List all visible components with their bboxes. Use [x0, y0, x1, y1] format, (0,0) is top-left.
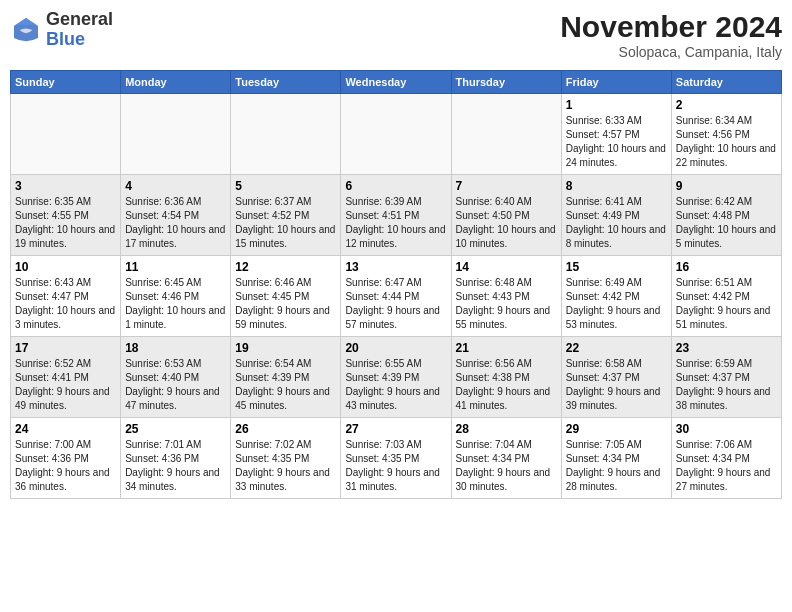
calendar-header-row: SundayMondayTuesdayWednesdayThursdayFrid…: [11, 71, 782, 94]
day-info: Sunrise: 6:33 AM Sunset: 4:57 PM Dayligh…: [566, 114, 667, 170]
day-info: Sunrise: 7:03 AM Sunset: 4:35 PM Dayligh…: [345, 438, 446, 494]
day-of-week-header: Saturday: [671, 71, 781, 94]
day-info: Sunrise: 6:54 AM Sunset: 4:39 PM Dayligh…: [235, 357, 336, 413]
day-number: 21: [456, 341, 557, 355]
day-number: 1: [566, 98, 667, 112]
day-number: 20: [345, 341, 446, 355]
calendar-cell: 23Sunrise: 6:59 AM Sunset: 4:37 PM Dayli…: [671, 337, 781, 418]
day-info: Sunrise: 6:48 AM Sunset: 4:43 PM Dayligh…: [456, 276, 557, 332]
day-info: Sunrise: 7:04 AM Sunset: 4:34 PM Dayligh…: [456, 438, 557, 494]
calendar-cell: 26Sunrise: 7:02 AM Sunset: 4:35 PM Dayli…: [231, 418, 341, 499]
day-number: 27: [345, 422, 446, 436]
day-number: 9: [676, 179, 777, 193]
day-number: 25: [125, 422, 226, 436]
day-info: Sunrise: 6:39 AM Sunset: 4:51 PM Dayligh…: [345, 195, 446, 251]
calendar-cell: 7Sunrise: 6:40 AM Sunset: 4:50 PM Daylig…: [451, 175, 561, 256]
calendar-cell: 9Sunrise: 6:42 AM Sunset: 4:48 PM Daylig…: [671, 175, 781, 256]
day-info: Sunrise: 6:52 AM Sunset: 4:41 PM Dayligh…: [15, 357, 116, 413]
day-info: Sunrise: 6:49 AM Sunset: 4:42 PM Dayligh…: [566, 276, 667, 332]
day-info: Sunrise: 6:34 AM Sunset: 4:56 PM Dayligh…: [676, 114, 777, 170]
day-number: 8: [566, 179, 667, 193]
day-of-week-header: Wednesday: [341, 71, 451, 94]
day-number: 13: [345, 260, 446, 274]
calendar-cell: [11, 94, 121, 175]
day-number: 19: [235, 341, 336, 355]
day-info: Sunrise: 6:35 AM Sunset: 4:55 PM Dayligh…: [15, 195, 116, 251]
logo-icon: [10, 14, 42, 46]
day-number: 14: [456, 260, 557, 274]
calendar-cell: 5Sunrise: 6:37 AM Sunset: 4:52 PM Daylig…: [231, 175, 341, 256]
day-number: 30: [676, 422, 777, 436]
day-info: Sunrise: 7:02 AM Sunset: 4:35 PM Dayligh…: [235, 438, 336, 494]
day-info: Sunrise: 7:01 AM Sunset: 4:36 PM Dayligh…: [125, 438, 226, 494]
calendar-cell: 30Sunrise: 7:06 AM Sunset: 4:34 PM Dayli…: [671, 418, 781, 499]
calendar-cell: 24Sunrise: 7:00 AM Sunset: 4:36 PM Dayli…: [11, 418, 121, 499]
calendar-cell: 10Sunrise: 6:43 AM Sunset: 4:47 PM Dayli…: [11, 256, 121, 337]
day-of-week-header: Thursday: [451, 71, 561, 94]
calendar-cell: [451, 94, 561, 175]
calendar-cell: 19Sunrise: 6:54 AM Sunset: 4:39 PM Dayli…: [231, 337, 341, 418]
calendar-table: SundayMondayTuesdayWednesdayThursdayFrid…: [10, 70, 782, 499]
day-info: Sunrise: 6:40 AM Sunset: 4:50 PM Dayligh…: [456, 195, 557, 251]
calendar-cell: 6Sunrise: 6:39 AM Sunset: 4:51 PM Daylig…: [341, 175, 451, 256]
day-info: Sunrise: 6:36 AM Sunset: 4:54 PM Dayligh…: [125, 195, 226, 251]
day-info: Sunrise: 6:53 AM Sunset: 4:40 PM Dayligh…: [125, 357, 226, 413]
day-number: 26: [235, 422, 336, 436]
page-header: General Blue November 2024 Solopaca, Cam…: [10, 10, 782, 60]
calendar-cell: 4Sunrise: 6:36 AM Sunset: 4:54 PM Daylig…: [121, 175, 231, 256]
calendar-week-row: 24Sunrise: 7:00 AM Sunset: 4:36 PM Dayli…: [11, 418, 782, 499]
calendar-cell: 1Sunrise: 6:33 AM Sunset: 4:57 PM Daylig…: [561, 94, 671, 175]
day-of-week-header: Tuesday: [231, 71, 341, 94]
calendar-cell: [121, 94, 231, 175]
calendar-cell: 20Sunrise: 6:55 AM Sunset: 4:39 PM Dayli…: [341, 337, 451, 418]
day-info: Sunrise: 6:59 AM Sunset: 4:37 PM Dayligh…: [676, 357, 777, 413]
calendar-cell: 28Sunrise: 7:04 AM Sunset: 4:34 PM Dayli…: [451, 418, 561, 499]
day-number: 6: [345, 179, 446, 193]
day-number: 16: [676, 260, 777, 274]
day-info: Sunrise: 6:41 AM Sunset: 4:49 PM Dayligh…: [566, 195, 667, 251]
day-number: 3: [15, 179, 116, 193]
day-of-week-header: Friday: [561, 71, 671, 94]
day-info: Sunrise: 6:56 AM Sunset: 4:38 PM Dayligh…: [456, 357, 557, 413]
day-number: 12: [235, 260, 336, 274]
day-info: Sunrise: 6:47 AM Sunset: 4:44 PM Dayligh…: [345, 276, 446, 332]
day-number: 7: [456, 179, 557, 193]
day-info: Sunrise: 6:45 AM Sunset: 4:46 PM Dayligh…: [125, 276, 226, 332]
calendar-cell: 8Sunrise: 6:41 AM Sunset: 4:49 PM Daylig…: [561, 175, 671, 256]
calendar-week-row: 10Sunrise: 6:43 AM Sunset: 4:47 PM Dayli…: [11, 256, 782, 337]
calendar-week-row: 3Sunrise: 6:35 AM Sunset: 4:55 PM Daylig…: [11, 175, 782, 256]
calendar-cell: 18Sunrise: 6:53 AM Sunset: 4:40 PM Dayli…: [121, 337, 231, 418]
calendar-cell: 16Sunrise: 6:51 AM Sunset: 4:42 PM Dayli…: [671, 256, 781, 337]
day-info: Sunrise: 7:05 AM Sunset: 4:34 PM Dayligh…: [566, 438, 667, 494]
logo-text: General Blue: [46, 10, 113, 50]
day-number: 2: [676, 98, 777, 112]
day-number: 5: [235, 179, 336, 193]
day-number: 29: [566, 422, 667, 436]
calendar-cell: 22Sunrise: 6:58 AM Sunset: 4:37 PM Dayli…: [561, 337, 671, 418]
calendar-cell: 27Sunrise: 7:03 AM Sunset: 4:35 PM Dayli…: [341, 418, 451, 499]
calendar-cell: 13Sunrise: 6:47 AM Sunset: 4:44 PM Dayli…: [341, 256, 451, 337]
day-number: 17: [15, 341, 116, 355]
logo: General Blue: [10, 10, 113, 50]
day-number: 18: [125, 341, 226, 355]
calendar-cell: 11Sunrise: 6:45 AM Sunset: 4:46 PM Dayli…: [121, 256, 231, 337]
day-of-week-header: Sunday: [11, 71, 121, 94]
day-number: 28: [456, 422, 557, 436]
day-info: Sunrise: 7:00 AM Sunset: 4:36 PM Dayligh…: [15, 438, 116, 494]
calendar-cell: 15Sunrise: 6:49 AM Sunset: 4:42 PM Dayli…: [561, 256, 671, 337]
calendar-cell: 17Sunrise: 6:52 AM Sunset: 4:41 PM Dayli…: [11, 337, 121, 418]
day-number: 15: [566, 260, 667, 274]
day-info: Sunrise: 6:46 AM Sunset: 4:45 PM Dayligh…: [235, 276, 336, 332]
day-number: 24: [15, 422, 116, 436]
day-info: Sunrise: 7:06 AM Sunset: 4:34 PM Dayligh…: [676, 438, 777, 494]
calendar-cell: 14Sunrise: 6:48 AM Sunset: 4:43 PM Dayli…: [451, 256, 561, 337]
calendar-cell: 25Sunrise: 7:01 AM Sunset: 4:36 PM Dayli…: [121, 418, 231, 499]
calendar-cell: [341, 94, 451, 175]
day-info: Sunrise: 6:58 AM Sunset: 4:37 PM Dayligh…: [566, 357, 667, 413]
calendar-cell: [231, 94, 341, 175]
calendar-cell: 2Sunrise: 6:34 AM Sunset: 4:56 PM Daylig…: [671, 94, 781, 175]
day-info: Sunrise: 6:37 AM Sunset: 4:52 PM Dayligh…: [235, 195, 336, 251]
day-of-week-header: Monday: [121, 71, 231, 94]
day-info: Sunrise: 6:51 AM Sunset: 4:42 PM Dayligh…: [676, 276, 777, 332]
day-info: Sunrise: 6:43 AM Sunset: 4:47 PM Dayligh…: [15, 276, 116, 332]
